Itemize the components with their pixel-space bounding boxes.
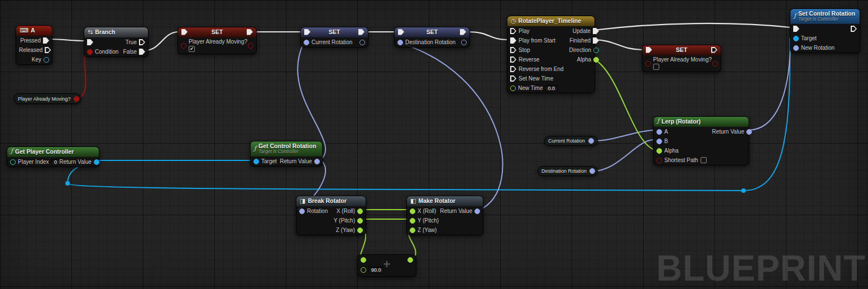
exec-out-pin-finished[interactable] <box>593 37 599 44</box>
rotator-out-pin-return[interactable] <box>314 159 320 164</box>
float-out-pin[interactable] <box>407 257 413 263</box>
rotator-out-pin[interactable] <box>589 168 595 174</box>
bool-in-pin[interactable] <box>181 43 186 49</box>
node-set-player-already-moving-false[interactable]: SET Player Already Moving? <box>642 45 721 72</box>
rotator-in-pin-b[interactable] <box>656 139 662 144</box>
int-in-pin-player-index[interactable] <box>10 159 16 165</box>
exec-in-pin[interactable] <box>87 39 93 45</box>
bool-in-pin-shortest-path[interactable] <box>656 158 662 163</box>
rotator-in-pin[interactable] <box>397 40 403 45</box>
bool-out-pin[interactable] <box>712 61 718 67</box>
pin-label-play: Play <box>519 28 529 34</box>
rotator-out-pin[interactable] <box>359 40 365 45</box>
break-struct-icon: ◨ <box>300 198 305 203</box>
player-index-value-input[interactable]: 0 <box>51 159 60 165</box>
enum-out-pin-direction[interactable] <box>593 48 599 53</box>
node-set-current-rotation[interactable]: SET Current Rotation <box>300 27 368 48</box>
rotator-in-pin[interactable] <box>304 40 309 45</box>
node-break-rotator[interactable]: ◨ Break Rotator Rotation X (Roll) Y (Pit… <box>296 196 366 235</box>
exec-in-pin[interactable] <box>304 29 310 35</box>
node-branch[interactable]: ⇆ Branch True Condition False <box>84 27 148 57</box>
reroute-node[interactable] <box>65 181 70 186</box>
exec-in-pin-stop[interactable] <box>510 47 516 53</box>
float-in-pin-x[interactable] <box>410 209 415 214</box>
node-title: SET <box>654 46 709 53</box>
exec-in-pin-play-from-start[interactable] <box>510 37 516 44</box>
exec-in-pin[interactable] <box>793 26 799 32</box>
new-time-value-input[interactable]: 0.0 <box>545 85 558 92</box>
exec-in-pin-set-new-time[interactable] <box>510 75 516 82</box>
rotator-out-pin-return[interactable] <box>474 209 480 214</box>
node-make-rotator[interactable]: ◧ Make Rotator X (Roll) Return Value Y (… <box>406 196 483 235</box>
addend-value-input[interactable]: 90.0 <box>368 267 384 273</box>
node-get-player-already-moving[interactable]: Player Already Moving? <box>14 93 81 104</box>
node-key-event-a[interactable]: ⌨ A Pressed Released Key <box>16 25 52 65</box>
node-header: ◷ RotatePlayer_Timeline <box>507 16 594 26</box>
rotator-out-pin-return[interactable] <box>746 129 752 135</box>
node-header: SET <box>642 45 721 55</box>
function-icon: ƒ <box>794 13 796 19</box>
bool-default-checkbox[interactable] <box>653 64 659 70</box>
bool-default-checkbox[interactable] <box>189 46 195 52</box>
variable-label: Destination Rotation <box>541 168 587 174</box>
float-in-pin-new-time[interactable] <box>510 86 516 91</box>
float-out-pin-x[interactable] <box>357 209 363 214</box>
exec-out-pin-released[interactable] <box>45 47 51 53</box>
rotator-in-pin-new-rotation[interactable] <box>793 45 799 51</box>
exec-in-pin[interactable] <box>181 29 188 35</box>
exec-out-pin-pressed[interactable] <box>43 37 49 44</box>
bool-in-pin[interactable] <box>645 61 651 67</box>
node-set-destination-rotation[interactable]: SET Destination Rotation <box>394 27 470 48</box>
pin-label-target: Target <box>261 158 277 164</box>
exec-out-pin[interactable] <box>851 26 857 32</box>
float-in-pin-z[interactable] <box>410 228 415 233</box>
exec-out-pin[interactable] <box>711 47 717 53</box>
bool-out-pin[interactable] <box>74 96 79 102</box>
exec-in-pin-play[interactable] <box>510 28 516 34</box>
float-in-pin-y[interactable] <box>410 218 415 224</box>
float-in-pin-alpha[interactable] <box>656 148 662 154</box>
object-out-pin-return[interactable] <box>94 159 99 165</box>
rotator-out-pin[interactable] <box>588 138 594 144</box>
node-get-current-rotation[interactable]: Current Rotation <box>544 136 598 146</box>
node-rotateplayer-timeline[interactable]: ◷ RotatePlayer_Timeline Play Play from S… <box>507 16 595 93</box>
rotator-out-pin[interactable] <box>461 40 467 45</box>
node-get-control-rotation[interactable]: ƒ Get Control Rotation Target is Control… <box>250 141 323 167</box>
object-in-pin-target[interactable] <box>253 159 259 164</box>
node-get-destination-rotation[interactable]: Destination Rotation <box>538 166 598 176</box>
rotator-in-pin-a[interactable] <box>656 129 662 135</box>
exec-in-pin[interactable] <box>398 29 404 35</box>
node-lerp-rotator[interactable]: ƒ Lerp (Rotator) A B Alpha Shortest Path… <box>653 116 749 165</box>
bool-out-pin[interactable] <box>248 43 253 49</box>
exec-out-pin-false[interactable] <box>139 49 145 55</box>
float-out-pin-z[interactable] <box>357 228 363 233</box>
wire-exec-pressed-to-branch <box>49 39 85 41</box>
shortest-path-checkbox[interactable] <box>701 157 707 163</box>
node-get-player-controller[interactable]: ƒ Get Player Controller Player Index 0 R… <box>7 146 99 167</box>
node-add-float[interactable]: + 90.0 <box>357 254 416 277</box>
exec-in-pin-reverse[interactable] <box>510 56 516 63</box>
reroute-node[interactable] <box>741 188 746 193</box>
float-in-pin-2[interactable] <box>361 267 366 273</box>
float-out-pin-alpha[interactable] <box>593 57 599 63</box>
float-out-pin-y[interactable] <box>357 218 363 224</box>
exec-out-pin-true[interactable] <box>139 39 145 45</box>
exec-out-pin[interactable] <box>460 29 466 35</box>
exec-out-pin[interactable] <box>247 29 253 35</box>
exec-out-pin-update[interactable] <box>593 28 599 34</box>
rotator-in-pin[interactable] <box>299 209 305 214</box>
exec-in-pin[interactable] <box>646 47 652 53</box>
exec-in-pin-reverse-from-end[interactable] <box>510 66 516 72</box>
pin-label-y-pitch: Y (Pitch) <box>418 217 439 224</box>
node-set-control-rotation[interactable]: ƒ Set Control Rotation Target is Control… <box>790 8 860 53</box>
pin-label-player-index: Player Index <box>18 159 49 165</box>
condition-in-pin[interactable] <box>87 49 93 55</box>
pin-label-new-rotation: New Rotation <box>801 45 835 51</box>
node-set-player-already-moving-true[interactable]: SET Player Already Moving? <box>178 27 257 54</box>
float-in-pin-1[interactable] <box>361 257 366 263</box>
pin-label-alpha: Alpha <box>664 148 679 154</box>
blueprint-graph-canvas[interactable]: BLUEPRINT ⌨ A Pressed <box>0 0 868 289</box>
exec-out-pin[interactable] <box>358 29 365 35</box>
object-in-pin-target[interactable] <box>793 36 799 41</box>
key-out-pin[interactable] <box>44 57 49 63</box>
